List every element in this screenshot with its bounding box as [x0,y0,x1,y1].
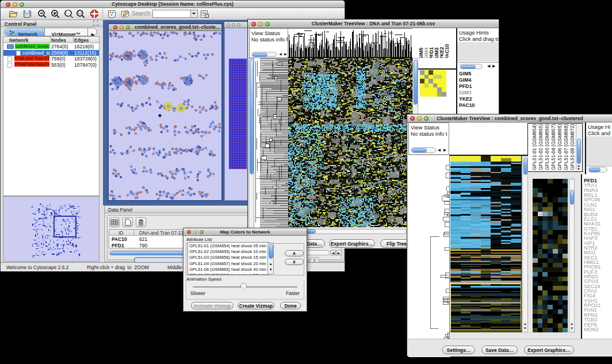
svg-text:Search:: Search: [132,10,151,17]
svg-text:1:1: 1:1 [78,12,82,15]
